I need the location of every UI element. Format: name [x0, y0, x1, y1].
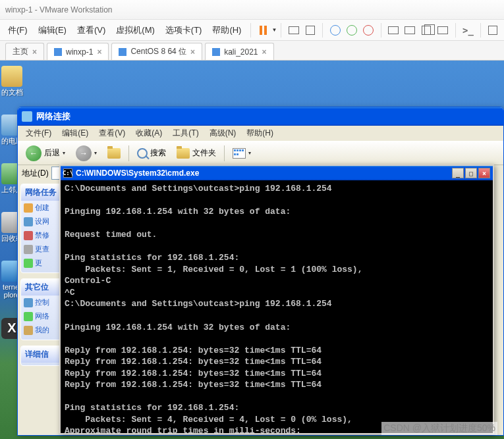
netconn-toolbar: ←后退 ▾ → ▾ 搜索 文件夹 ▾ [18, 142, 503, 165]
menu-tabs[interactable]: 选项卡(T) [160, 22, 208, 39]
cmd-output[interactable]: C:\Documents and Settings\outcast>ping 1… [61, 180, 493, 433]
clock-green-button[interactable] [345, 22, 358, 38]
monitor-icon [388, 26, 399, 34]
console-button[interactable]: >_ [461, 22, 475, 38]
forward-button[interactable]: → ▾ [72, 144, 101, 163]
clock-red-button[interactable] [362, 22, 376, 38]
search-icon [137, 148, 148, 159]
back-label: 后退 [44, 147, 60, 159]
menu-fav[interactable]: 收藏(A) [130, 126, 167, 140]
folders-label: 文件夹 [192, 147, 216, 159]
view-split-button[interactable] [403, 22, 417, 38]
maximize-button[interactable]: □ [465, 168, 477, 178]
place-icon [24, 326, 33, 335]
place-icon [24, 312, 33, 321]
send-ctrl-alt-del-button[interactable] [287, 22, 300, 38]
vm-icon [212, 48, 220, 56]
snapshot-button[interactable] [303, 22, 317, 38]
expand-icon [488, 26, 497, 35]
multi-icon [422, 26, 431, 35]
clock-blue-button[interactable] [328, 22, 342, 38]
tab-label: 主页 [13, 46, 28, 57]
view-single-button[interactable] [387, 22, 401, 38]
chevron-down-icon: ▾ [94, 150, 97, 156]
sep [455, 23, 456, 38]
tiles-icon [233, 148, 246, 159]
folder-icon [1, 66, 22, 87]
views-button[interactable]: ▾ [229, 144, 255, 163]
task-icon [24, 245, 33, 254]
tab-centos[interactable]: CentOS 8 64 位× [111, 43, 202, 60]
link-label: 创建 [35, 203, 49, 213]
chevron-down-icon: ▾ [248, 150, 251, 156]
sep [250, 23, 251, 38]
folder-up-icon [107, 148, 121, 159]
cmd-icon: C:\ [63, 168, 72, 178]
menu-help[interactable]: 帮助(H) [241, 126, 279, 140]
link-label: 控制 [35, 297, 49, 307]
folders-button[interactable]: 文件夹 [173, 144, 220, 163]
link-label: 我的 [35, 325, 49, 335]
arrow-icon: >_ [462, 25, 474, 36]
close-icon[interactable]: × [190, 47, 195, 57]
fullscreen-button[interactable] [486, 22, 500, 38]
cmd-window: C:\ C:\WINDOWS\System32\cmd.exe _ □ × C:… [59, 165, 494, 434]
pause-icon [260, 26, 267, 35]
task-icon [24, 217, 33, 226]
menu-view[interactable]: 查看(V) [72, 22, 111, 39]
search-button[interactable]: 搜索 [133, 144, 170, 163]
menu-edit[interactable]: 编辑(E) [33, 22, 72, 39]
close-icon[interactable]: × [97, 47, 101, 57]
close-icon[interactable]: × [32, 47, 37, 57]
sep [322, 23, 323, 38]
menu-file[interactable]: 文件(F) [20, 126, 57, 140]
menu-vm[interactable]: 虚拟机(M) [111, 22, 160, 39]
cmd-title: C:\WINDOWS\System32\cmd.exe [76, 168, 199, 178]
my-documents-icon[interactable]: 的文档 [0, 66, 24, 96]
place-icon [24, 298, 33, 307]
tab-winxp[interactable]: winxp-1× [47, 43, 109, 60]
sep [281, 23, 281, 38]
up-button[interactable] [103, 144, 125, 163]
grid-icon [289, 26, 299, 34]
netconn-menubar: 文件(F) 编辑(E) 查看(V) 收藏(A) 工具(T) 高级(N) 帮助(H… [18, 126, 503, 142]
tab-kali[interactable]: kali_2021× [205, 43, 273, 60]
menu-help[interactable]: 帮助(H) [207, 22, 246, 39]
pause-button[interactable] [256, 22, 270, 38]
vmware-menubar: 件(F) 编辑(E) 查看(V) 虚拟机(M) 选项卡(T) 帮助(H) ▼ >… [0, 20, 504, 41]
menu-advanced[interactable]: 高级(N) [204, 126, 242, 140]
netconn-titlebar[interactable]: 网络连接 [18, 107, 503, 126]
sep [480, 23, 481, 38]
clock-icon [347, 25, 357, 36]
sep [224, 145, 225, 161]
minimize-button[interactable]: _ [452, 168, 464, 178]
watermark: CSDN @入狱计划进度50% [381, 422, 497, 435]
search-label: 搜索 [150, 147, 166, 159]
back-icon: ← [26, 145, 42, 161]
address-label: 地址(D) [22, 168, 49, 179]
menu-file[interactable]: 件(F) [3, 22, 33, 39]
task-icon [24, 203, 33, 213]
link-label: 禁修 [35, 230, 49, 240]
menu-view[interactable]: 查看(V) [94, 126, 130, 140]
vmware-tab-bar: 主页× winxp-1× CentOS 8 64 位× kali_2021× [0, 41, 504, 61]
tab-home[interactable]: 主页× [5, 43, 44, 60]
view-multi-button[interactable] [420, 22, 434, 38]
tab-label: CentOS 8 64 位 [130, 46, 186, 57]
menu-edit[interactable]: 编辑(E) [57, 126, 94, 140]
task-icon [24, 231, 33, 240]
cmd-titlebar[interactable]: C:\ C:\WINDOWS\System32\cmd.exe _ □ × [61, 166, 493, 180]
link-label: 设网 [35, 217, 49, 226]
monitor-icon [405, 26, 415, 34]
clock-icon [363, 25, 374, 36]
sep [381, 23, 381, 38]
menu-tools[interactable]: 工具(T) [167, 126, 204, 140]
close-icon[interactable]: × [262, 47, 267, 57]
square-icon [306, 26, 315, 35]
vm-icon [119, 48, 126, 56]
back-button[interactable]: ←后退 ▾ [22, 144, 69, 163]
vmware-title: winxp-1 - VMware Workstation [5, 5, 113, 14]
dropdown-icon[interactable]: ▼ [271, 27, 277, 33]
close-button[interactable]: × [478, 168, 490, 178]
view-stretch-button[interactable] [436, 22, 450, 38]
